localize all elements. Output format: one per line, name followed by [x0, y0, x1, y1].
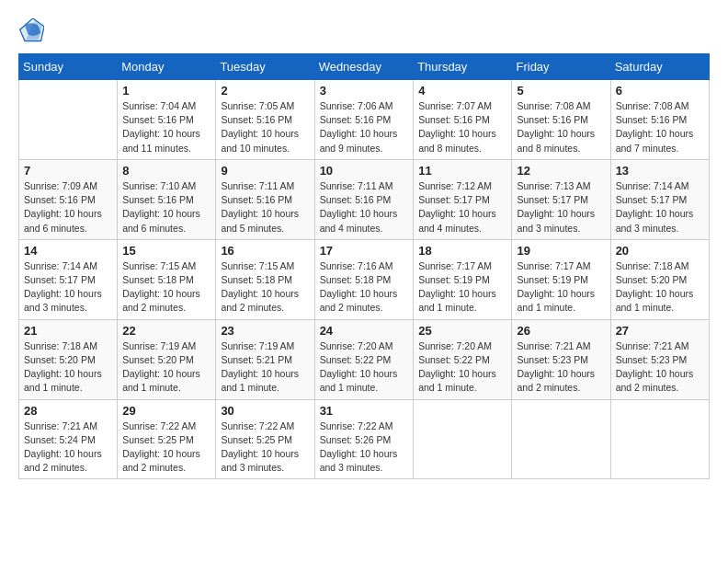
calendar-cell — [19, 80, 118, 160]
weekday-header: Sunday — [19, 54, 118, 80]
day-number: 9 — [221, 164, 309, 178]
calendar-cell: 22Sunrise: 7:19 AM Sunset: 5:20 PM Dayli… — [118, 319, 216, 399]
day-info: Sunrise: 7:21 AM Sunset: 5:23 PM Dayligh… — [517, 339, 605, 396]
day-info: Sunrise: 7:08 AM Sunset: 5:16 PM Dayligh… — [517, 99, 605, 155]
day-number: 29 — [122, 404, 210, 418]
calendar-cell: 12Sunrise: 7:13 AM Sunset: 5:17 PM Dayli… — [512, 159, 610, 239]
calendar-cell: 16Sunrise: 7:15 AM Sunset: 5:18 PM Dayli… — [216, 239, 314, 319]
calendar-cell: 4Sunrise: 7:07 AM Sunset: 5:16 PM Daylig… — [414, 80, 512, 160]
day-info: Sunrise: 7:14 AM Sunset: 5:17 PM Dayligh… — [24, 259, 112, 316]
logo-icon — [18, 18, 44, 44]
day-info: Sunrise: 7:06 AM Sunset: 5:16 PM Dayligh… — [320, 99, 409, 155]
day-info: Sunrise: 7:17 AM Sunset: 5:19 PM Dayligh… — [418, 259, 506, 316]
day-info: Sunrise: 7:19 AM Sunset: 5:21 PM Dayligh… — [221, 339, 309, 396]
day-number: 12 — [517, 164, 605, 178]
day-number: 30 — [221, 404, 309, 418]
calendar-cell: 21Sunrise: 7:18 AM Sunset: 5:20 PM Dayli… — [19, 319, 118, 399]
day-info: Sunrise: 7:22 AM Sunset: 5:25 PM Dayligh… — [122, 419, 210, 476]
calendar-cell: 14Sunrise: 7:14 AM Sunset: 5:17 PM Dayli… — [19, 239, 118, 319]
calendar-cell: 23Sunrise: 7:19 AM Sunset: 5:21 PM Dayli… — [216, 319, 314, 399]
day-info: Sunrise: 7:18 AM Sunset: 5:20 PM Dayligh… — [616, 259, 704, 316]
day-number: 26 — [517, 324, 605, 338]
weekday-header: Thursday — [414, 54, 512, 80]
calendar-cell: 13Sunrise: 7:14 AM Sunset: 5:17 PM Dayli… — [610, 159, 709, 239]
day-number: 20 — [616, 244, 704, 258]
day-number: 15 — [122, 244, 210, 258]
day-info: Sunrise: 7:18 AM Sunset: 5:20 PM Dayligh… — [24, 339, 112, 396]
day-info: Sunrise: 7:11 AM Sunset: 5:16 PM Dayligh… — [221, 179, 309, 236]
weekday-header: Tuesday — [216, 54, 314, 80]
day-number: 21 — [24, 324, 112, 338]
day-number: 1 — [122, 84, 210, 98]
calendar-cell: 19Sunrise: 7:17 AM Sunset: 5:19 PM Dayli… — [512, 239, 610, 319]
weekday-header: Wednesday — [314, 54, 414, 80]
calendar-cell: 6Sunrise: 7:08 AM Sunset: 5:16 PM Daylig… — [610, 80, 709, 160]
day-number: 5 — [517, 84, 605, 98]
calendar-week-row: 1Sunrise: 7:04 AM Sunset: 5:16 PM Daylig… — [19, 80, 710, 160]
day-info: Sunrise: 7:08 AM Sunset: 5:16 PM Dayligh… — [616, 99, 704, 155]
page-header — [18, 18, 710, 44]
day-number: 17 — [320, 244, 409, 258]
day-info: Sunrise: 7:09 AM Sunset: 5:16 PM Dayligh… — [24, 179, 112, 236]
calendar-cell: 7Sunrise: 7:09 AM Sunset: 5:16 PM Daylig… — [19, 159, 118, 239]
day-info: Sunrise: 7:11 AM Sunset: 5:16 PM Dayligh… — [320, 179, 409, 236]
day-info: Sunrise: 7:20 AM Sunset: 5:22 PM Dayligh… — [320, 339, 409, 396]
day-info: Sunrise: 7:07 AM Sunset: 5:16 PM Dayligh… — [418, 99, 506, 155]
calendar-cell: 8Sunrise: 7:10 AM Sunset: 5:16 PM Daylig… — [118, 159, 216, 239]
day-info: Sunrise: 7:17 AM Sunset: 5:19 PM Dayligh… — [517, 259, 605, 316]
calendar-cell: 28Sunrise: 7:21 AM Sunset: 5:24 PM Dayli… — [19, 399, 118, 479]
day-info: Sunrise: 7:21 AM Sunset: 5:24 PM Dayligh… — [24, 419, 112, 476]
day-number: 8 — [122, 164, 210, 178]
day-number: 23 — [221, 324, 309, 338]
calendar-cell: 17Sunrise: 7:16 AM Sunset: 5:18 PM Dayli… — [314, 239, 414, 319]
weekday-header: Monday — [118, 54, 216, 80]
calendar-cell: 3Sunrise: 7:06 AM Sunset: 5:16 PM Daylig… — [314, 80, 414, 160]
calendar-cell: 25Sunrise: 7:20 AM Sunset: 5:22 PM Dayli… — [414, 319, 512, 399]
day-info: Sunrise: 7:19 AM Sunset: 5:20 PM Dayligh… — [122, 339, 210, 396]
calendar-cell: 27Sunrise: 7:21 AM Sunset: 5:23 PM Dayli… — [610, 319, 709, 399]
calendar-cell: 29Sunrise: 7:22 AM Sunset: 5:25 PM Dayli… — [118, 399, 216, 479]
weekday-header: Saturday — [610, 54, 709, 80]
calendar-week-row: 7Sunrise: 7:09 AM Sunset: 5:16 PM Daylig… — [19, 159, 710, 239]
calendar-cell: 9Sunrise: 7:11 AM Sunset: 5:16 PM Daylig… — [216, 159, 314, 239]
day-info: Sunrise: 7:21 AM Sunset: 5:23 PM Dayligh… — [616, 339, 704, 396]
day-number: 7 — [24, 164, 112, 178]
calendar-cell: 2Sunrise: 7:05 AM Sunset: 5:16 PM Daylig… — [216, 80, 314, 160]
calendar-week-row: 21Sunrise: 7:18 AM Sunset: 5:20 PM Dayli… — [19, 319, 710, 399]
day-info: Sunrise: 7:22 AM Sunset: 5:26 PM Dayligh… — [320, 419, 409, 476]
day-number: 22 — [122, 324, 210, 338]
weekday-header-row: SundayMondayTuesdayWednesdayThursdayFrid… — [19, 54, 710, 80]
day-number: 13 — [616, 164, 704, 178]
day-number: 11 — [418, 164, 506, 178]
day-info: Sunrise: 7:22 AM Sunset: 5:25 PM Dayligh… — [221, 419, 309, 476]
weekday-header: Friday — [512, 54, 610, 80]
calendar-cell: 5Sunrise: 7:08 AM Sunset: 5:16 PM Daylig… — [512, 80, 610, 160]
logo — [18, 18, 48, 44]
day-number: 31 — [320, 404, 409, 418]
calendar-cell: 31Sunrise: 7:22 AM Sunset: 5:26 PM Dayli… — [314, 399, 414, 479]
day-number: 25 — [418, 324, 506, 338]
day-info: Sunrise: 7:15 AM Sunset: 5:18 PM Dayligh… — [221, 259, 309, 316]
day-info: Sunrise: 7:12 AM Sunset: 5:17 PM Dayligh… — [418, 179, 506, 236]
day-number: 24 — [320, 324, 409, 338]
day-info: Sunrise: 7:15 AM Sunset: 5:18 PM Dayligh… — [122, 259, 210, 316]
day-number: 4 — [418, 84, 506, 98]
day-number: 14 — [24, 244, 112, 258]
calendar-cell: 30Sunrise: 7:22 AM Sunset: 5:25 PM Dayli… — [216, 399, 314, 479]
day-number: 10 — [320, 164, 409, 178]
day-info: Sunrise: 7:14 AM Sunset: 5:17 PM Dayligh… — [616, 179, 704, 236]
calendar-cell: 15Sunrise: 7:15 AM Sunset: 5:18 PM Dayli… — [118, 239, 216, 319]
day-number: 3 — [320, 84, 409, 98]
calendar-cell — [414, 399, 512, 479]
day-info: Sunrise: 7:16 AM Sunset: 5:18 PM Dayligh… — [320, 259, 409, 316]
calendar-week-row: 14Sunrise: 7:14 AM Sunset: 5:17 PM Dayli… — [19, 239, 710, 319]
day-number: 6 — [616, 84, 704, 98]
calendar-cell — [610, 399, 709, 479]
calendar-cell: 20Sunrise: 7:18 AM Sunset: 5:20 PM Dayli… — [610, 239, 709, 319]
calendar-cell: 11Sunrise: 7:12 AM Sunset: 5:17 PM Dayli… — [414, 159, 512, 239]
calendar-cell: 24Sunrise: 7:20 AM Sunset: 5:22 PM Dayli… — [314, 319, 414, 399]
day-number: 2 — [221, 84, 309, 98]
calendar-cell: 18Sunrise: 7:17 AM Sunset: 5:19 PM Dayli… — [414, 239, 512, 319]
calendar-week-row: 28Sunrise: 7:21 AM Sunset: 5:24 PM Dayli… — [19, 399, 710, 479]
calendar-cell: 10Sunrise: 7:11 AM Sunset: 5:16 PM Dayli… — [314, 159, 414, 239]
